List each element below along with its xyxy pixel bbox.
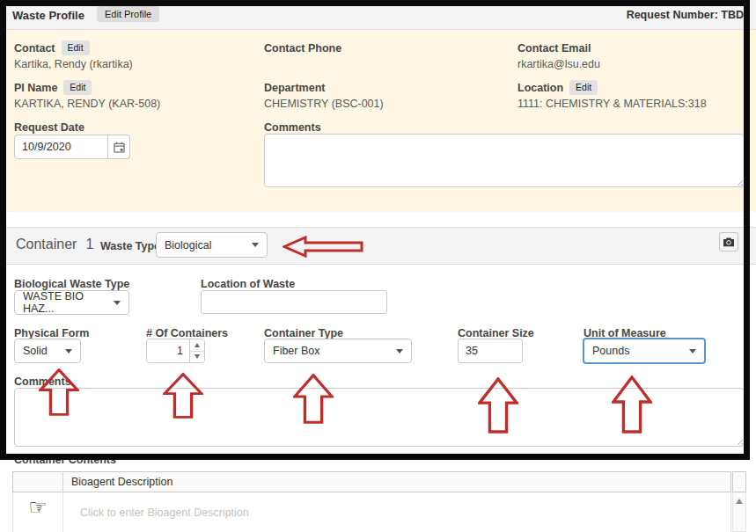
location-value: 1111: CHEMISTRY & MATERIALS:318 — [517, 98, 707, 110]
location-edit-button[interactable]: Edit — [569, 80, 598, 95]
waste-type-select[interactable]: Biological — [156, 232, 268, 258]
contents-table-header: Bioagent Description — [12, 471, 731, 492]
request-date-label: Request Date — [14, 121, 84, 134]
chevron-down-icon — [396, 349, 403, 353]
stepper-buttons — [189, 339, 204, 362]
location-of-waste-wrap — [201, 290, 387, 314]
container-type-select[interactable]: Fiber Box — [264, 339, 412, 363]
contact-edit-button[interactable]: Edit — [62, 40, 90, 55]
request-number-value: TBD — [721, 9, 744, 21]
profile-comments-label: Comments — [264, 121, 321, 134]
bio-waste-type-select[interactable]: WASTE BIO HAZ... — [14, 290, 129, 315]
contact-value: Kartika, Rendy (rkartika) — [14, 58, 133, 70]
bioagent-placeholder: Click to enter Bioagent Description — [80, 506, 249, 519]
waste-type-label: Waste Type — [100, 240, 160, 252]
contact-email-label: Contact Email — [517, 42, 591, 55]
contact-phone-label: Contact Phone — [264, 42, 341, 55]
chevron-down-icon — [114, 301, 121, 305]
edit-profile-button[interactable]: Edit Profile — [97, 6, 159, 22]
stepper-down-button[interactable] — [190, 352, 204, 363]
container-comments-wrap — [14, 388, 745, 447]
container-type-label: Container Type — [264, 327, 343, 339]
row-indicator-column-header — [13, 472, 63, 492]
location-label: LocationEdit — [517, 80, 598, 95]
triangle-down-icon — [195, 354, 200, 359]
location-of-waste-label: Location of Waste — [201, 278, 295, 290]
contact-email-value: rkartika@lsu.edu — [517, 58, 600, 70]
camera-icon — [723, 237, 735, 247]
page-title: Waste Profile — [12, 9, 84, 22]
chevron-down-icon — [252, 243, 259, 247]
profile-comments-wrap — [264, 134, 745, 187]
scrollbar-header-cell — [732, 471, 746, 492]
contact-label: ContactEdit — [14, 40, 90, 55]
chevron-down-icon — [689, 349, 696, 353]
unit-of-measure-select[interactable]: Pounds — [583, 338, 706, 364]
request-number: Request Number: TBD — [627, 9, 744, 21]
container-contents-title: Container Contents — [14, 454, 116, 466]
container-comments-label: Comments — [14, 375, 71, 388]
container-number: 1 — [85, 237, 93, 251]
stepper-up-button[interactable] — [190, 339, 204, 352]
num-containers-stepper[interactable] — [146, 339, 205, 363]
calendar-button[interactable] — [108, 135, 130, 159]
waste-profile-page: Waste Profile Edit Profile Request Numbe… — [0, 0, 756, 532]
container-size-wrap — [458, 339, 523, 363]
calendar-icon — [114, 142, 125, 153]
bioagent-description-cell[interactable]: Click to enter Bioagent Description — [63, 492, 249, 532]
container-size-label: Container Size — [458, 327, 534, 339]
container-comments-textarea[interactable] — [14, 388, 745, 447]
num-containers-label: # Of Containers — [146, 327, 228, 339]
pi-name-value: KARTIKA, RENDY (KAR-508) — [14, 98, 160, 110]
scroll-up-icon — [736, 499, 743, 504]
bioagent-row[interactable]: ☞ Click to enter Bioagent Description — [12, 492, 731, 532]
row-indicator-cell: ☞ — [13, 492, 63, 532]
pointer-hand-icon: ☞ — [28, 497, 48, 518]
request-date-group — [14, 135, 130, 159]
chevron-down-icon — [65, 349, 72, 353]
department-value: CHEMISTRY (BSC-001) — [264, 98, 384, 110]
request-number-label: Request Number: — [627, 9, 718, 21]
location-of-waste-input[interactable] — [201, 290, 387, 314]
bioagent-column-header: Bioagent Description — [63, 476, 172, 488]
pi-name-edit-button[interactable]: Edit — [63, 80, 92, 95]
triangle-up-icon — [195, 343, 200, 347]
department-label: Department — [264, 82, 325, 94]
profile-comments-textarea[interactable] — [264, 134, 745, 187]
physical-form-select[interactable]: Solid — [14, 339, 81, 363]
camera-button[interactable] — [719, 232, 738, 251]
pi-name-label: PI NameEdit — [14, 80, 92, 95]
scrollbar[interactable] — [732, 492, 746, 532]
container-title: Container1 — [16, 237, 93, 252]
request-date-input[interactable] — [14, 135, 108, 159]
physical-form-label: Physical Form — [14, 327, 89, 339]
container-size-input[interactable] — [458, 339, 523, 363]
num-containers-input[interactable] — [147, 339, 189, 362]
bio-waste-type-label: Biological Waste Type — [14, 278, 129, 290]
